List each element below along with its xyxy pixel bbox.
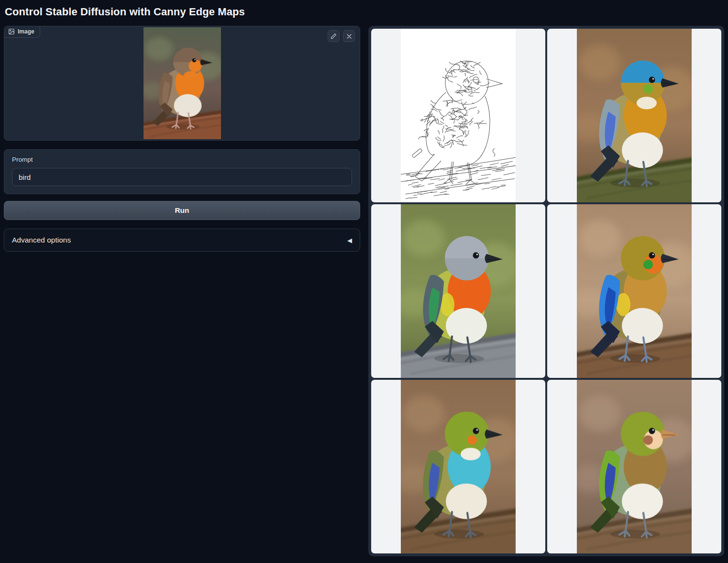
gallery-cell-generated-bird-4[interactable]: [371, 380, 545, 553]
pencil-icon: [331, 33, 337, 39]
image-toolbar: [328, 30, 355, 42]
advanced-options-label: Advanced options: [12, 236, 71, 244]
generated-bird-3: [577, 204, 692, 378]
prompt-block: Prompt: [4, 149, 360, 194]
source-image: [143, 27, 221, 139]
image-upload-dropzone[interactable]: Image: [4, 26, 360, 141]
canny-edge-map: [401, 29, 516, 202]
image-icon: [8, 28, 15, 35]
image-component-label: Image: [4, 26, 40, 38]
advanced-options-accordion[interactable]: Advanced options ◀: [4, 229, 360, 252]
run-button[interactable]: Run: [4, 201, 360, 220]
controls-column: Image: [4, 26, 360, 252]
gallery-cell-generated-bird-5[interactable]: [547, 380, 721, 553]
generated-bird-5: [577, 380, 692, 553]
page-title: Control Stable Diffusion with Canny Edge…: [5, 6, 724, 18]
gallery-cell-canny-edge-map[interactable]: [371, 29, 545, 202]
generated-bird-4: [401, 380, 516, 553]
prompt-label: Prompt: [12, 156, 352, 163]
image-component-label-text: Image: [18, 28, 34, 35]
app-page: Control Stable Diffusion with Canny Edge…: [0, 0, 728, 560]
generated-bird-2: [401, 204, 516, 378]
prompt-input[interactable]: [12, 168, 352, 186]
gallery-cell-generated-bird-1[interactable]: [547, 29, 721, 202]
edit-image-button[interactable]: [328, 30, 340, 42]
output-gallery: [368, 26, 724, 556]
clear-image-button[interactable]: [343, 30, 355, 42]
results-column: [368, 26, 724, 556]
gallery-cell-generated-bird-2[interactable]: [371, 204, 545, 378]
main-row: Image: [4, 26, 724, 556]
triangle-left-icon: ◀: [347, 237, 352, 243]
close-icon: [346, 33, 352, 39]
generated-bird-1: [577, 29, 692, 202]
gallery-cell-generated-bird-3[interactable]: [547, 204, 721, 378]
